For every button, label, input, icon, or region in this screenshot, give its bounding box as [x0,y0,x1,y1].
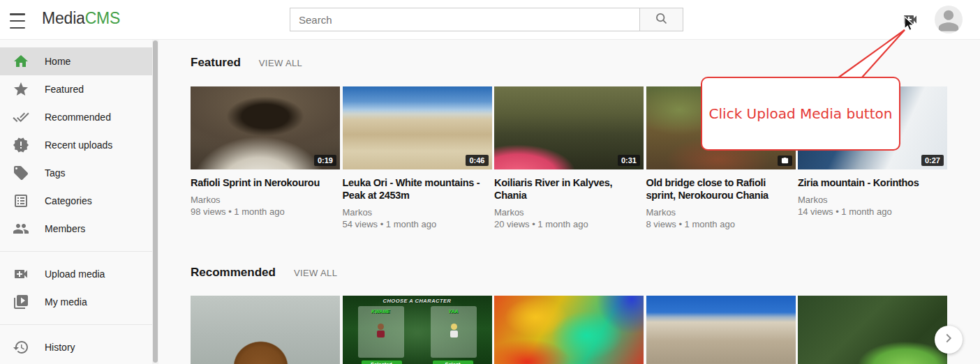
media-title[interactable]: Leuka Ori - White mountains - Peak at 24… [343,176,492,202]
media-author[interactable]: Markos [494,206,644,218]
logo-cms: CMS [85,9,121,27]
my-media-icon [13,294,29,310]
recommended-section-header: Recommended VIEW ALL [191,266,337,280]
sidebar-scrollbar-thumb[interactable] [153,40,158,363]
sidebar-divider [0,251,152,252]
top-header: MediaCMS [0,0,980,40]
media-card: 0:19Rafioli Sprint in NerokourouMarkos98… [191,86,340,230]
media-meta: 54 views • 1 month ago [343,218,492,230]
media-thumbnail-kayak-river[interactable]: 0:31 [494,86,644,169]
sidebar-item-label: Recommended [45,112,111,123]
media-meta: 98 views • 1 month ago [191,206,340,218]
media-card: 0:46Leuka Ori - White mountains - Peak a… [343,86,492,230]
menu-icon[interactable] [10,12,28,30]
history-icon [13,339,29,356]
search-button[interactable] [639,8,683,31]
section-title-featured: Featured [191,56,241,70]
sidebar-item-label: Categories [45,195,92,206]
carousel-next-button[interactable] [935,326,963,354]
media-meta: 8 views • 1 month ago [646,218,796,230]
sidebar-item-members[interactable]: Members [0,215,152,243]
star-icon [13,81,29,98]
sidebar-item-categories[interactable]: Categories [0,187,152,215]
media-author[interactable]: Markos [191,194,340,206]
media-card: 0:31Koiliaris River in Kalyves, ChaniaMa… [494,86,644,230]
media-thumbnail-green-leaves[interactable] [798,296,947,364]
mediacms-page: Home Featured Recommended Recent uploads… [0,0,980,364]
new-releases-icon [13,137,29,153]
game-heading-text: CHOOSE A CHARACTER [343,298,492,304]
avatar[interactable] [935,6,963,33]
camera-badge-icon [778,156,792,166]
annotation-text: Click Upload Media button [709,105,893,122]
double-check-icon [13,109,29,126]
game-character-sprite [450,324,459,342]
search-icon [654,11,669,28]
game-select-button: Select [432,360,474,364]
media-card [191,296,340,364]
media-title[interactable]: Old bridge close to Rafioli sprint, Nero… [646,176,796,202]
sidebar-item-my-media[interactable]: My media [0,288,152,316]
media-title[interactable]: Rafioli Sprint in Nerokourou [191,176,340,189]
media-card [494,296,644,364]
upload-media-icon [13,266,29,282]
categories-icon [13,192,29,209]
search-input[interactable] [290,8,640,31]
home-icon [13,53,29,70]
logo[interactable]: MediaCMS [42,9,120,28]
sidebar: Home Featured Recommended Recent uploads… [0,39,152,364]
media-meta: 14 views • 1 month ago [798,206,947,218]
sidebar-item-history[interactable]: History [0,333,152,361]
media-author[interactable]: Markos [343,206,492,218]
media-thumbnail-waterfall-arch[interactable]: 0:19 [191,86,340,169]
media-title[interactable]: Ziria mountain - Korinthos [798,176,947,189]
media-card [798,296,947,364]
members-icon [13,220,29,237]
media-meta: 20 views • 1 month ago [494,218,644,230]
media-thumbnail-rocky-mountain[interactable] [646,296,796,364]
annotation-callout: Click Upload Media button [701,77,900,151]
sidebar-item-recommended[interactable]: Recommended [0,103,152,131]
game-character-sprite [376,324,385,342]
sidebar-item-upload-media[interactable]: Upload media [0,260,152,288]
media-card [646,296,796,364]
search-bar [290,8,683,31]
view-all-featured-link[interactable]: VIEW ALL [259,58,302,68]
media-card: CHOOSE A CHARACTERKWAMEYAASelectedSelect [343,296,492,364]
duration-badge: 0:31 [618,155,640,166]
duration-badge: 0:27 [921,155,944,166]
sidebar-item-label: Upload media [45,268,105,280]
sidebar-item-label: History [45,342,75,353]
sidebar-item-featured[interactable]: Featured [0,75,152,103]
media-thumbnail-colorful-abstract[interactable] [494,296,644,364]
logo-media: Media [42,9,85,27]
sidebar-item-label: Recent uploads [45,139,112,151]
section-title-recommended: Recommended [191,266,276,280]
view-all-recommended-link[interactable]: VIEW ALL [294,268,337,278]
media-author[interactable]: Markos [798,194,947,206]
game-character-name: YAA [431,309,477,314]
sidebar-item-label: Featured [45,84,84,95]
featured-section-header: Featured VIEW ALL [191,56,302,70]
media-thumbnail-pumpkin-drawing[interactable] [191,296,340,364]
tag-icon [13,165,29,181]
sidebar-item-home[interactable]: Home [0,47,152,75]
game-selected-button: Selected [361,360,403,364]
sidebar-item-label: My media [45,296,87,308]
sidebar-item-label: Tags [45,167,66,179]
duration-badge: 0:46 [466,155,488,166]
sidebar-item-recent-uploads[interactable]: Recent uploads [0,131,152,159]
upload-media-header-icon[interactable] [901,11,919,28]
media-thumbnail-game-character-select[interactable]: CHOOSE A CHARACTERKWAMEYAASelectedSelect [343,296,492,364]
game-character-name: KWAME [358,309,404,314]
sidebar-item-tags[interactable]: Tags [0,159,152,187]
sidebar-item-label: Members [45,223,85,234]
recommended-row: CHOOSE A CHARACTERKWAMEYAASelectedSelect [191,296,947,364]
media-title[interactable]: Koiliaris River in Kalyves, Chania [494,176,644,202]
sidebar-scrollbar-track[interactable] [152,39,158,364]
sidebar-item-label: Home [45,56,70,67]
media-thumbnail-desert-mountains[interactable]: 0:46 [343,86,492,169]
chevron-right-icon [941,331,956,349]
sidebar-divider [0,324,152,325]
media-author[interactable]: Markos [646,206,796,218]
